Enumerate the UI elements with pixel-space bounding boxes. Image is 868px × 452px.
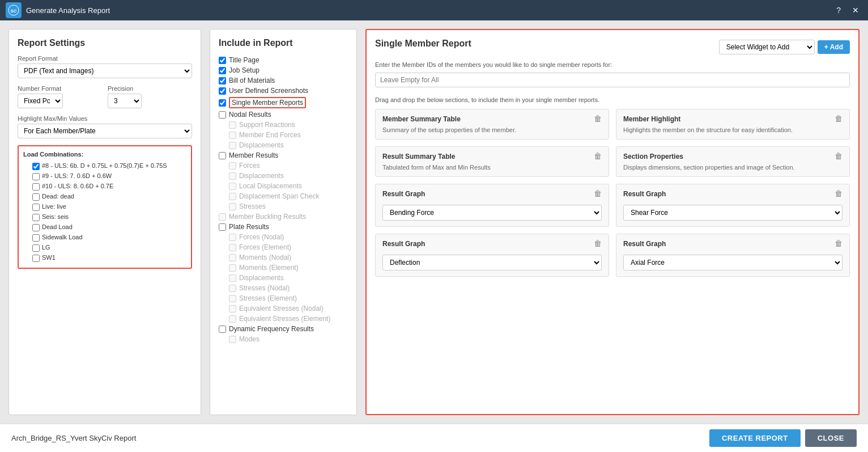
widget-title-0: Member Summary Table — [382, 115, 602, 123]
widget-delete-3[interactable]: 🗑 — [832, 151, 845, 160]
load-comb-checkbox-4[interactable] — [32, 204, 40, 211]
close-button[interactable]: CLOSE — [805, 429, 857, 447]
create-report-button[interactable]: CREATE REPORT — [709, 429, 801, 447]
load-comb-checkbox-6[interactable] — [32, 224, 40, 231]
single-member-title: Single Member Report — [375, 39, 471, 49]
load-comb-item: Seis: seis — [23, 212, 186, 222]
report-settings-title: Report Settings — [18, 38, 192, 48]
include-item: Nodal Results — [219, 109, 348, 120]
include-label-27: Modes — [239, 335, 259, 343]
load-comb-checkbox-0[interactable] — [32, 163, 40, 170]
include-checkbox-7 — [229, 132, 236, 139]
load-comb-checkbox-9[interactable] — [32, 255, 40, 262]
include-item: Single Member Reports — [219, 96, 348, 109]
widget-card-result-graph-2: Result Graph 🗑 Bending ForceShear ForceD… — [616, 184, 850, 227]
include-checkbox-4[interactable] — [219, 99, 226, 107]
format-select[interactable]: PDF (Text and Images) PDF (Text Only) Wo… — [18, 64, 192, 78]
load-comb-label-9: SW1 — [42, 254, 56, 261]
number-format-select[interactable]: Fixed Point Scientific — [18, 94, 63, 108]
widget-card-result-graph-4: Result Graph 🗑 Bending ForceShear ForceD… — [616, 234, 850, 277]
widget-desc-0: Summary of the setup properties of the m… — [382, 126, 602, 133]
result-graph-select-4[interactable]: Bending ForceShear ForceDeflectionAxial … — [382, 205, 602, 221]
widget-delete-0[interactable]: 🗑 — [592, 114, 604, 123]
include-item: Stresses — [219, 201, 348, 212]
include-label-4: Single Member Reports — [229, 97, 306, 108]
bottom-bar: Arch_Bridge_RS_Yvert SkyCiv Report CREAT… — [0, 424, 868, 452]
widget-delete-2[interactable]: 🗑 — [592, 151, 604, 160]
include-label-21: Displacements — [239, 274, 284, 282]
help-button[interactable]: ? — [833, 5, 844, 16]
include-checkbox-2[interactable] — [219, 77, 226, 85]
load-comb-item: #8 - ULS: 6b. D + 0.75L + 0.75(0.7)E + 0… — [23, 161, 186, 171]
load-comb-item: Dead Load — [23, 222, 186, 233]
load-combinations-list: #8 - ULS: 6b. D + 0.75L + 0.75(0.7)E + 0… — [23, 161, 186, 263]
include-checkbox-0[interactable] — [219, 57, 226, 64]
include-label-6: Support Reactions — [239, 121, 295, 129]
include-checkbox-26[interactable] — [219, 326, 226, 333]
format-label: Report Format — [18, 55, 192, 62]
result-graph-select-5[interactable]: Bending ForceShear ForceDeflectionAxial … — [623, 205, 843, 221]
include-label-0: Title Page — [229, 56, 259, 64]
member-ids-input[interactable] — [375, 73, 850, 87]
widget-delete-7[interactable]: 🗑 — [832, 239, 845, 248]
precision-select[interactable]: 1 2 3 4 — [108, 94, 142, 108]
include-item: Displacements — [219, 273, 348, 283]
include-checkbox-16[interactable] — [219, 223, 226, 231]
include-checkbox-12 — [229, 183, 236, 190]
include-item: Title Page — [219, 55, 348, 65]
include-checkbox-17 — [229, 234, 236, 241]
include-checkbox-9[interactable] — [219, 152, 226, 159]
close-title-button[interactable]: ✕ — [849, 5, 862, 16]
include-item: Member End Forces — [219, 130, 348, 140]
add-widget-button[interactable]: + Add — [818, 40, 850, 54]
include-list: Title Page Job Setup Bill of Materials U… — [219, 55, 348, 344]
widget-desc-2: Tabulated form of Max and Min Results — [382, 164, 602, 171]
include-checkbox-27 — [229, 336, 236, 343]
include-label-1: Job Setup — [229, 66, 259, 74]
load-comb-label-4: Live: live — [42, 203, 66, 210]
format-group: Report Format PDF (Text and Images) PDF … — [18, 55, 192, 78]
include-checkbox-1[interactable] — [219, 67, 226, 74]
load-comb-label-7: Sidewalk Load — [42, 234, 83, 240]
load-comb-checkbox-8[interactable] — [32, 244, 40, 252]
precision-label: Precision — [108, 85, 192, 92]
widget-delete-4[interactable]: 🗑 — [592, 189, 604, 198]
include-checkbox-5[interactable] — [219, 111, 226, 119]
result-graph-select-7[interactable]: Bending ForceShear ForceDeflectionAxial … — [623, 255, 843, 271]
include-item: Member Results — [219, 150, 348, 160]
single-member-header: Single Member Report Select Widget to Ad… — [375, 39, 850, 56]
widget-title-5: Result Graph — [623, 190, 843, 198]
include-label-18: Forces (Element) — [239, 243, 291, 251]
widget-desc-1: Highlights the member on the structure f… — [623, 126, 843, 133]
load-comb-checkbox-1[interactable] — [32, 173, 40, 180]
widget-delete-1[interactable]: 🗑 — [832, 114, 845, 123]
include-label-9: Member Results — [229, 151, 278, 159]
include-item: Moments (Nodal) — [219, 252, 348, 263]
widget-card-section-properties: Section Properties 🗑 Displays dimensions… — [616, 146, 850, 177]
include-item: Forces (Nodal) — [219, 232, 348, 242]
result-graph-select-6[interactable]: Bending ForceShear ForceDeflectionAxial … — [382, 255, 602, 271]
widget-dropdown[interactable]: Select Widget to Add Member Summary Tabl… — [719, 40, 815, 54]
load-comb-checkbox-7[interactable] — [32, 234, 40, 242]
load-comb-checkbox-3[interactable] — [32, 193, 40, 201]
include-label-14: Stresses — [239, 202, 266, 210]
include-label-11: Displacements — [239, 172, 284, 180]
include-checkbox-14 — [229, 203, 236, 210]
load-comb-checkbox-2[interactable] — [32, 183, 40, 191]
include-checkbox-8 — [229, 142, 236, 149]
load-comb-label-1: #9 - ULS: 7. 0.6D + 0.6W — [42, 172, 112, 179]
load-comb-checkbox-5[interactable] — [32, 214, 40, 221]
load-comb-item: LG — [23, 243, 186, 253]
single-member-panel: Single Member Report Select Widget to Ad… — [365, 29, 860, 415]
include-checkbox-3[interactable] — [219, 87, 226, 95]
load-comb-label-3: Dead: dead — [42, 193, 74, 200]
include-item: Modes — [219, 334, 348, 344]
widget-delete-5[interactable]: 🗑 — [832, 189, 845, 198]
include-label-23: Stresses (Element) — [239, 294, 297, 302]
widget-delete-6[interactable]: 🗑 — [592, 239, 604, 248]
include-item: Plate Results — [219, 222, 348, 232]
load-comb-label-5: Seis: seis — [42, 213, 69, 220]
highlight-select[interactable]: For Each Member/Plate Global None — [18, 124, 192, 138]
include-label-15: Member Buckling Results — [229, 213, 306, 221]
report-settings-panel: Report Settings Report Format PDF (Text … — [8, 29, 201, 415]
